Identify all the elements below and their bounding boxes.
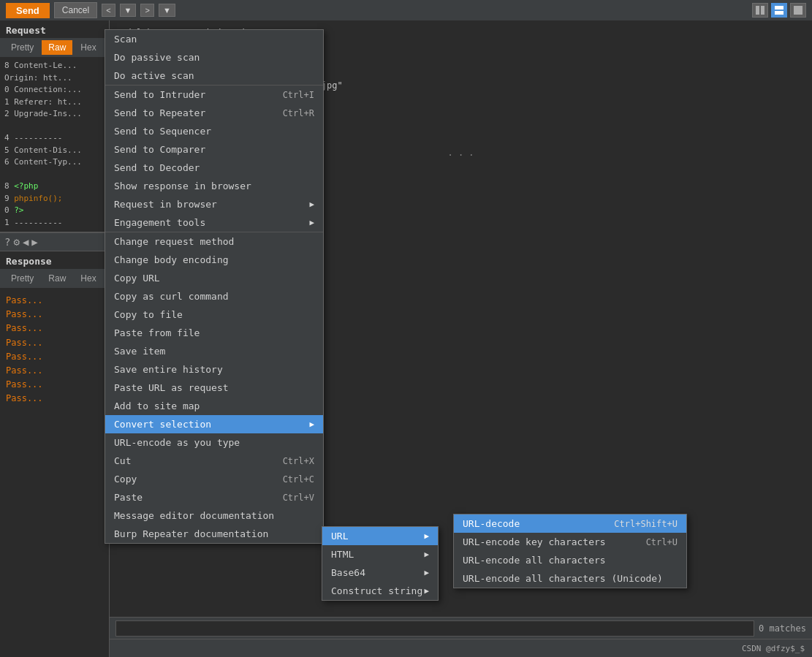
menu-item-url-encode-as-you-type[interactable]: URL-encode as you type [105, 433, 323, 452]
response-section: Response Pretty Raw Hex Pass... Pass... … [0, 251, 109, 657]
request-tab-row: Pretty Raw Hex [0, 38, 109, 57]
menu-item-change-body-encoding[interactable]: Change body encoding [105, 251, 323, 269]
menu-item-copy-curl[interactable]: Copy as curl command [105, 287, 323, 305]
svg-rect-3 [775, 11, 783, 15]
menu-item-show-response-browser[interactable]: Show response in browser [105, 177, 323, 195]
menu-item-copy[interactable]: CopyCtrl+C [105, 470, 323, 488]
submenu2-construct-string[interactable]: Construct string▶ [322, 582, 438, 600]
submenu3-url-encode-all[interactable]: URL-encode all characters [454, 551, 686, 569]
code-line: 1 ---------- [4, 217, 105, 229]
menu-item-send-sequencer[interactable]: Send to Sequencer [105, 122, 323, 140]
response-line: Pass... [6, 322, 103, 335]
response-line: Pass... [6, 308, 103, 322]
menu-item-add-to-site-map[interactable]: Add to site map [105, 397, 323, 415]
code-line: 6 Content-Typ... [4, 156, 105, 169]
menu-item-send-intruder[interactable]: Send to IntruderCtrl+I [105, 86, 323, 104]
toolbar: Send Cancel < ▼ > ▼ [0, 0, 812, 20]
menu-item-save-item[interactable]: Save item [105, 342, 323, 360]
code-line: 8 Content-Le... [4, 60, 105, 72]
menu-item-change-request-method[interactable]: Change request method [105, 232, 323, 251]
code-line: Origin: htt... [4, 72, 105, 85]
tab-raw-request[interactable]: Raw [42, 40, 72, 55]
nav-back-button[interactable]: < [102, 4, 115, 17]
request-section: Request Pretty Raw Hex 8 Content-Le... O… [0, 20, 109, 232]
nav-right-icon[interactable]: ▶ [31, 236, 37, 248]
menu-item-paste[interactable]: PasteCtrl+V [105, 488, 323, 506]
layout-split-icon[interactable] [752, 3, 768, 18]
bottom-bar-text: CSDN @dfzy$_$ [742, 644, 805, 653]
response-header: Response [0, 251, 109, 269]
submenu3-url-encode-key[interactable]: URL-encode key characters Ctrl+U [454, 533, 686, 551]
code-line [4, 121, 105, 133]
tab-hex-request[interactable]: Hex [74, 40, 102, 55]
menu-item-cut[interactable]: CutCtrl+X [105, 452, 323, 470]
tab-hex-response[interactable]: Hex [74, 271, 102, 286]
code-line [4, 169, 105, 181]
left-panel: Request Pretty Raw Hex 8 Content-Le... O… [0, 20, 110, 657]
tab-pretty-request[interactable]: Pretty [4, 40, 40, 55]
nav-fwd-button[interactable]: > [140, 4, 153, 17]
tab-raw-response[interactable]: Raw [42, 271, 72, 286]
settings-icon[interactable]: ⚙ [13, 236, 19, 248]
svg-rect-2 [775, 6, 783, 10]
search-bar: 0 matches [110, 617, 812, 639]
match-count: 0 matches [759, 623, 806, 634]
code-line: 0 Connection:... [4, 84, 105, 96]
submenu3-url-decode[interactable]: URL-decode Ctrl+Shift+U [454, 514, 686, 533]
submenu-url: URL-decode Ctrl+Shift+U URL-encode key c… [453, 514, 687, 588]
search-input[interactable] [115, 620, 754, 637]
submenu-convert-selection: URL▶ HTML▶ Base64▶ Construct string▶ [322, 526, 439, 601]
request-header: Request [0, 20, 109, 38]
code-line: 0 ?> [4, 205, 105, 217]
cancel-button[interactable]: Cancel [54, 2, 97, 18]
menu-item-send-comparer[interactable]: Send to Comparer [105, 140, 323, 159]
submenu2-html[interactable]: HTML▶ [322, 545, 438, 563]
send-button[interactable]: Send [6, 3, 50, 18]
layout-horizontal-icon[interactable] [771, 3, 787, 18]
layout-single-icon[interactable] [790, 3, 806, 18]
menu-item-request-browser[interactable]: Request in browser▶ [105, 195, 323, 213]
help-icon[interactable]: ? [4, 236, 10, 248]
menu-item-send-decoder[interactable]: Send to Decoder [105, 159, 323, 177]
svg-rect-1 [761, 6, 764, 15]
menu-item-burp-repeater-docs[interactable]: Burp Repeater documentation [105, 525, 323, 543]
menu-item-message-editor-docs[interactable]: Message editor documentation [105, 506, 323, 525]
menu-item-paste-from-file[interactable]: Paste from file [105, 324, 323, 342]
svg-rect-4 [794, 6, 802, 15]
menu-item-scan[interactable]: Scan [105, 30, 323, 48]
response-line: Pass... [6, 294, 103, 308]
code-line: 1 Referer: ht... [4, 96, 105, 109]
menu-item-copy-url[interactable]: Copy URL [105, 269, 323, 287]
submenu3-url-encode-all-unicode[interactable]: URL-encode all characters (Unicode) [454, 569, 686, 588]
tab-pretty-response[interactable]: Pretty [4, 271, 40, 286]
code-line: 5 Content-Dis... [4, 145, 105, 157]
code-line: 4 ---------- [4, 132, 105, 145]
response-line: Pass... [6, 364, 103, 378]
menu-item-save-entire-history[interactable]: Save entire history [105, 360, 323, 379]
submenu2-url[interactable]: URL▶ [322, 527, 438, 545]
menu-item-active-scan[interactable]: Do active scan [105, 67, 323, 86]
response-area: Pass... Pass... Pass... Pass... Pass... … [0, 288, 109, 412]
svg-rect-0 [756, 6, 759, 15]
response-tab-row: Pretty Raw Hex [0, 269, 109, 288]
response-line: Pass... [6, 392, 103, 406]
layout-icons [752, 3, 806, 18]
response-line: Pass... [6, 350, 103, 364]
menu-item-send-repeater[interactable]: Send to RepeaterCtrl+R [105, 104, 323, 122]
bottom-bar: CSDN @dfzy$_$ [110, 639, 812, 657]
nav-left-icon[interactable]: ◀ [23, 236, 29, 248]
code-line: 9 phpinfo(); [4, 193, 105, 205]
submenu2-base64[interactable]: Base64▶ [322, 563, 438, 582]
menu-item-copy-to-file[interactable]: Copy to file [105, 305, 323, 324]
nav-fwd-arrow-button[interactable]: ▼ [159, 4, 175, 17]
nav-back-arrow-button[interactable]: ▼ [120, 4, 137, 17]
code-line: 8 <?php [4, 181, 105, 193]
menu-item-convert-selection[interactable]: Convert selection▶ [105, 415, 323, 433]
response-line: Pass... [6, 336, 103, 350]
response-line: Pass... [6, 378, 103, 392]
menu-item-engagement-tools[interactable]: Engagement tools▶ [105, 213, 323, 232]
code-line: 2 Upgrade-Ins... [4, 108, 105, 121]
menu-item-paste-url-as-request[interactable]: Paste URL as request [105, 379, 323, 397]
context-menu: Scan Do passive scan Do active scan Send… [105, 29, 324, 544]
menu-item-passive-scan[interactable]: Do passive scan [105, 48, 323, 67]
